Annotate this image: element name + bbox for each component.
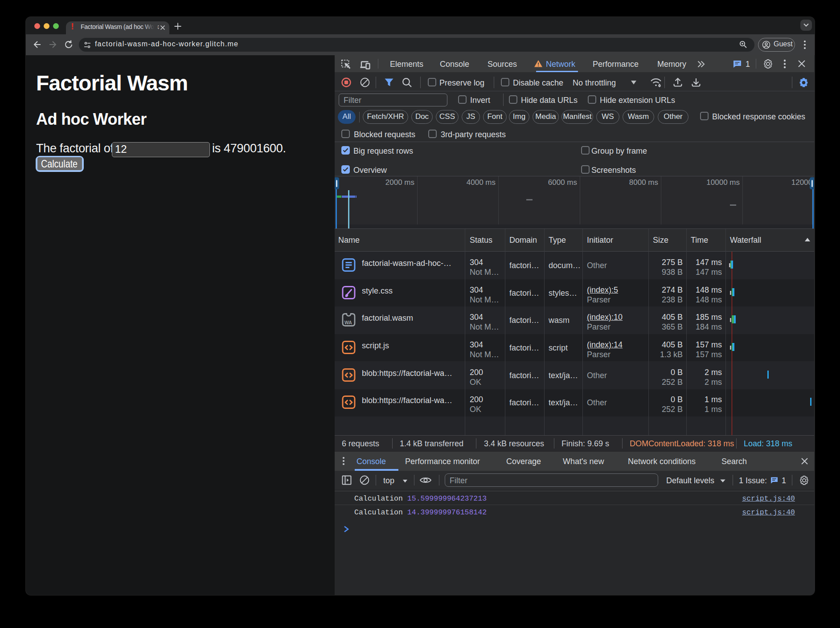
svg-text:WA: WA (344, 320, 352, 325)
